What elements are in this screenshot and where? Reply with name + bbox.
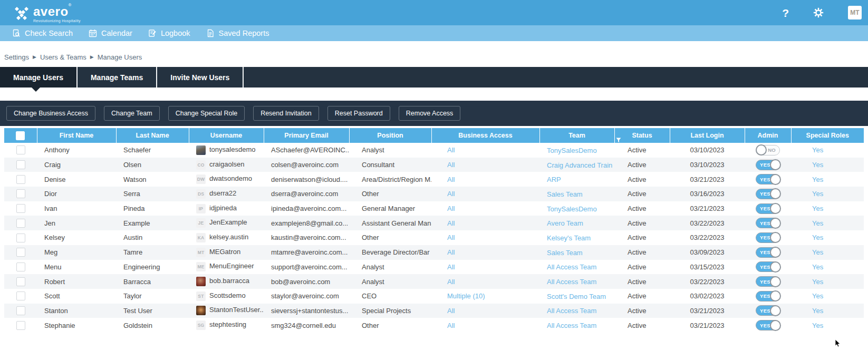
team-link[interactable]: ARP (547, 176, 561, 183)
special-roles-link[interactable]: Yes (812, 190, 823, 198)
team-link[interactable]: All Access Team (547, 263, 596, 271)
first-name: Jen (44, 219, 55, 227)
special-roles-link[interactable]: Yes (812, 176, 823, 183)
special-roles-link[interactable]: Yes (812, 161, 823, 169)
tab-manage-users[interactable]: Manage Users (0, 67, 78, 88)
row-checkbox[interactable] (16, 219, 25, 228)
business-access-link[interactable]: All (447, 234, 455, 241)
row-checkbox[interactable] (16, 189, 25, 198)
first-name: Anthony (44, 146, 70, 154)
row-checkbox[interactable] (16, 306, 25, 315)
nav-item-calendar[interactable]: Calendar (81, 25, 140, 41)
admin-toggle[interactable]: YES (756, 305, 780, 316)
column-header-last-login[interactable]: Last Login (670, 128, 745, 143)
business-access-link[interactable]: All (447, 176, 455, 183)
column-header-last-name[interactable]: Last Name (116, 128, 189, 143)
admin-toggle[interactable]: YES (756, 218, 780, 228)
admin-toggle[interactable]: YES (756, 247, 780, 258)
tab-invite-new-users[interactable]: Invite New Users (157, 67, 244, 88)
business-access-link[interactable]: All (447, 322, 455, 329)
admin-toggle[interactable]: YES (756, 261, 780, 272)
special-roles-link[interactable]: Yes (812, 292, 823, 300)
team-link[interactable]: Scott's Demo Team (547, 293, 606, 300)
team-link[interactable]: Kelsey's Team (547, 234, 591, 242)
business-access-link[interactable]: All (447, 146, 455, 154)
admin-toggle[interactable]: YES (756, 203, 780, 214)
change-team-button[interactable]: Change Team (104, 106, 160, 121)
admin-toggle[interactable]: NO (756, 145, 780, 155)
admin-toggle[interactable]: YES (756, 174, 780, 184)
column-header-position[interactable]: Position (349, 128, 431, 143)
column-header-team[interactable]: Team (539, 128, 614, 143)
nav-item-logbook[interactable]: Logbook (140, 25, 198, 41)
special-roles-link[interactable]: Yes (812, 248, 823, 256)
row-checkbox[interactable] (16, 175, 25, 184)
business-access-link[interactable]: All (447, 161, 455, 169)
breadcrumb-settings[interactable]: Settings (4, 53, 29, 61)
row-checkbox[interactable] (16, 321, 25, 330)
column-header-primary-email[interactable]: Primary Email (264, 128, 349, 143)
admin-toggle[interactable]: YES (756, 320, 780, 330)
team-link[interactable]: TonySalesDemo (547, 147, 597, 154)
business-access-link[interactable]: All (447, 190, 455, 198)
special-roles-link[interactable]: Yes (812, 263, 823, 271)
reset-password-button[interactable]: Reset Password (327, 106, 390, 121)
row-checkbox[interactable] (16, 262, 25, 271)
breadcrumb-users-teams[interactable]: Users & Teams (40, 53, 86, 61)
team-link[interactable]: Avero Team (547, 219, 583, 227)
special-roles-link[interactable]: Yes (812, 219, 823, 227)
team-link[interactable]: Sales Team (547, 190, 583, 198)
team-link[interactable]: All Access Team (547, 278, 596, 286)
avero-logo[interactable]: avero® Revolutionizing Hospitality (14, 3, 81, 23)
last-login-date: 03/09/2023 (690, 248, 724, 256)
special-roles-link[interactable]: Yes (812, 146, 823, 154)
help-button[interactable]: ? (782, 7, 789, 18)
team-link[interactable]: All Access Team (547, 307, 596, 315)
column-header-status[interactable]: Status (614, 128, 670, 143)
nav-item-saved-reports[interactable]: Saved Reports (198, 25, 277, 41)
business-access-link[interactable]: All (447, 205, 455, 212)
row-checkbox[interactable] (16, 248, 25, 257)
change-special-role-button[interactable]: Change Special Role (168, 106, 245, 121)
column-header-business-access[interactable]: Business Access (431, 128, 539, 143)
row-checkbox[interactable] (16, 160, 25, 169)
row-checkbox[interactable] (16, 277, 25, 286)
business-access-link[interactable]: All (447, 278, 455, 286)
filter-icon[interactable] (616, 138, 621, 143)
row-checkbox[interactable] (16, 234, 25, 242)
column-header-special-roles[interactable]: Special Roles (791, 128, 864, 143)
team-link[interactable]: All Access Team (547, 322, 596, 329)
business-access-link[interactable]: All (447, 263, 455, 271)
special-roles-link[interactable]: Yes (812, 278, 823, 286)
business-access-link[interactable]: All (447, 248, 455, 256)
special-roles-link[interactable]: Yes (812, 205, 823, 212)
change-business-access-button[interactable]: Change Business Access (6, 106, 95, 121)
remove-access-button[interactable]: Remove Access (399, 106, 461, 121)
business-access-link[interactable]: All (447, 307, 455, 315)
resend-invitation-button[interactable]: Resend Invitation (253, 106, 319, 121)
user-menu-avatar[interactable]: MT (848, 6, 862, 20)
admin-toggle[interactable]: YES (756, 160, 780, 170)
settings-gear-button[interactable] (813, 7, 824, 18)
admin-toggle[interactable]: YES (756, 276, 780, 287)
admin-toggle[interactable]: YES (756, 189, 780, 199)
special-roles-link[interactable]: Yes (812, 234, 823, 241)
admin-toggle[interactable]: YES (756, 291, 780, 302)
team-link[interactable]: Craig Advanced Trainin... (547, 161, 612, 169)
column-header-first-name[interactable]: First Name (37, 128, 116, 143)
business-access-link[interactable]: Multiple (10) (447, 292, 485, 300)
admin-toggle[interactable]: YES (756, 232, 780, 243)
select-all-checkbox[interactable] (16, 131, 25, 140)
row-checkbox[interactable] (16, 145, 25, 154)
team-link[interactable]: Sales Team (547, 249, 583, 257)
row-checkbox[interactable] (16, 204, 25, 213)
column-header-admin[interactable]: Admin (745, 128, 791, 143)
column-header-username[interactable]: Username (189, 128, 264, 143)
special-roles-link[interactable]: Yes (812, 307, 823, 315)
team-link[interactable]: TonySalesDemo (547, 205, 597, 213)
business-access-link[interactable]: All (447, 219, 455, 227)
nav-item-check-search[interactable]: Check Search (4, 25, 81, 41)
special-roles-link[interactable]: Yes (812, 322, 823, 329)
tab-manage-teams[interactable]: Manage Teams (78, 67, 157, 88)
row-checkbox[interactable] (16, 291, 25, 300)
